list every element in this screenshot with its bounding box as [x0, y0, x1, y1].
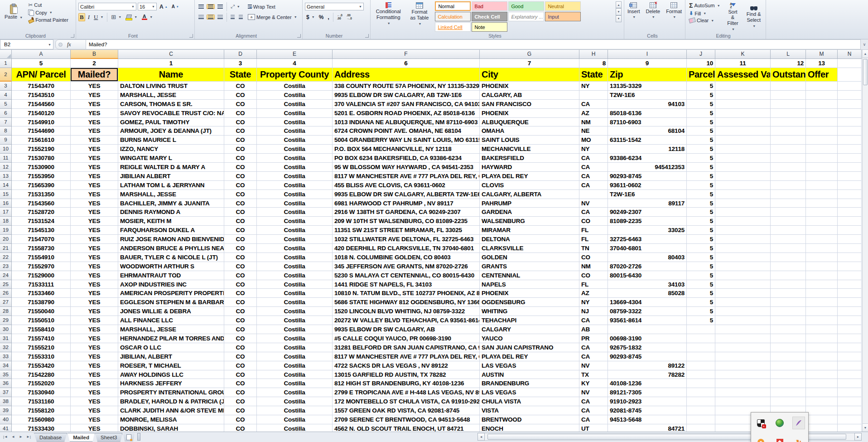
- grid-cell[interactable]: PHOENIX: [480, 289, 579, 298]
- grid-cell[interactable]: [687, 406, 715, 415]
- grid-cell[interactable]: YES: [71, 226, 118, 235]
- grid-cell[interactable]: City: [480, 68, 579, 82]
- grid-cell[interactable]: YES: [71, 181, 118, 190]
- grid-cell[interactable]: WOODWORTH ARTHUR S: [118, 262, 224, 271]
- security-shield-icon[interactable]: [755, 417, 767, 429]
- grid-cell[interactable]: [687, 388, 715, 397]
- grid-cell[interactable]: [771, 208, 806, 217]
- grid-cell[interactable]: [838, 91, 862, 100]
- grid-cell[interactable]: YES: [71, 208, 118, 217]
- grid-cell[interactable]: 71565390: [12, 181, 71, 190]
- grid-cell[interactable]: 5: [687, 199, 715, 208]
- grid-cell[interactable]: OGDENSBURG: [480, 298, 579, 307]
- grid-cell[interactable]: 2799 E TROPICANA AVE # H-448 LAS VEGAS, …: [333, 388, 480, 397]
- grid-cell[interactable]: Costilla: [257, 343, 333, 352]
- grid-cell[interactable]: YES: [71, 280, 118, 289]
- grid-cell[interactable]: [806, 271, 838, 280]
- purple-feather-icon[interactable]: [793, 417, 805, 429]
- grid-cell[interactable]: DELTONA: [480, 235, 579, 244]
- grid-cell[interactable]: [715, 361, 771, 370]
- grid-cell[interactable]: 5: [687, 316, 715, 325]
- grid-cell[interactable]: 90293-8745: [608, 352, 687, 361]
- grid-cell[interactable]: CO: [224, 208, 257, 217]
- grid-cell[interactable]: [806, 307, 838, 316]
- grid-cell[interactable]: 5: [687, 280, 715, 289]
- grid-cell[interactable]: [771, 262, 806, 271]
- shrink-font-button[interactable]: A▼: [170, 4, 180, 10]
- grid-cell[interactable]: 5: [687, 172, 715, 181]
- download-manager-globe-icon[interactable]: [774, 417, 786, 429]
- grid-cell[interactable]: CO: [224, 100, 257, 109]
- row-header-12[interactable]: 12: [0, 163, 12, 172]
- grid-cell[interactable]: 71543470: [12, 82, 71, 91]
- grid-cell[interactable]: 93386-6234: [608, 154, 687, 163]
- cut-button[interactable]: ✂Cut: [27, 1, 70, 9]
- grid-cell[interactable]: YES: [71, 289, 118, 298]
- grid-cell[interactable]: [838, 172, 862, 181]
- grid-cell[interactable]: Costilla: [257, 109, 333, 118]
- grid-cell[interactable]: [687, 424, 715, 432]
- grid-cell[interactable]: BRENTWOOD: [480, 415, 579, 424]
- grid-cell[interactable]: [838, 190, 862, 199]
- grid-cell[interactable]: YES: [71, 370, 118, 379]
- grid-cell[interactable]: UT: [579, 424, 608, 432]
- grid-cell[interactable]: 12118: [608, 145, 687, 154]
- row-header-35[interactable]: 35: [0, 370, 12, 379]
- scroll-right-button[interactable]: ►: [854, 433, 862, 441]
- grid-cell[interactable]: 12: [771, 59, 806, 68]
- grid-cell[interactable]: Costilla: [257, 181, 333, 190]
- grid-cell[interactable]: 90293-8745: [608, 172, 687, 181]
- conditional-formatting-button[interactable]: ConditionalFormatting ▼: [373, 1, 404, 27]
- grid-cell[interactable]: [838, 244, 862, 253]
- grid-cell[interactable]: [806, 343, 838, 352]
- grid-cell[interactable]: YES: [71, 415, 118, 424]
- grid-cell[interactable]: YES: [71, 334, 118, 343]
- grid-cell[interactable]: 80403: [608, 253, 687, 262]
- grid-cell[interactable]: YES: [71, 406, 118, 415]
- grid-cell[interactable]: 87020-2726: [608, 262, 687, 271]
- grid-cell[interactable]: State: [224, 68, 257, 82]
- grid-cell[interactable]: [838, 325, 862, 334]
- grid-cell[interactable]: 6724 CROWN POINT AVE. OMAHA, NE 68104: [333, 126, 480, 136]
- grid-cell[interactable]: 71555210: [12, 343, 71, 352]
- grid-cell[interactable]: CO: [224, 289, 257, 298]
- grid-cell[interactable]: [771, 289, 806, 298]
- grid-cell[interactable]: 71557410: [12, 334, 71, 343]
- grid-cell[interactable]: [806, 244, 838, 253]
- row-header-6[interactable]: 6: [0, 109, 12, 118]
- grid-cell[interactable]: [715, 271, 771, 280]
- autosum-button[interactable]: ΣAutoSum▼: [688, 1, 722, 10]
- grid-cell[interactable]: [687, 379, 715, 388]
- grid-cell[interactable]: 5: [687, 154, 715, 163]
- grid-cell[interactable]: 2916 W 138TH ST GARDENA, CA 90249-2307: [333, 208, 480, 217]
- selected-cell-B2[interactable]: Mailed?: [71, 68, 118, 82]
- grid-cell[interactable]: Costilla: [257, 388, 333, 397]
- cell-style-input[interactable]: Input: [545, 12, 581, 21]
- grid-cell[interactable]: TX: [579, 370, 608, 379]
- row-header-1[interactable]: 1: [0, 59, 12, 68]
- grid-cell[interactable]: PHOENIX: [480, 82, 579, 91]
- grid-cell[interactable]: CO: [224, 370, 257, 379]
- font-size-select[interactable]: 16▼: [138, 3, 157, 10]
- grid-cell[interactable]: Property County: [257, 68, 333, 82]
- grid-cell[interactable]: [771, 181, 806, 190]
- grid-cell[interactable]: 63115-1542: [608, 136, 687, 145]
- insert-function-button[interactable]: fx: [67, 41, 71, 48]
- grid-cell[interactable]: [687, 361, 715, 370]
- fill-color-button[interactable]: ▼: [124, 14, 139, 21]
- grid-cell[interactable]: YES: [71, 172, 118, 181]
- row-header-3[interactable]: 3: [0, 82, 12, 91]
- grid-cell[interactable]: CLARKSVILLE: [480, 244, 579, 253]
- grid-cell[interactable]: YES: [71, 253, 118, 262]
- grid-cell[interactable]: YES: [71, 217, 118, 226]
- paste-button[interactable]: Paste ▼: [2, 1, 25, 23]
- italic-button[interactable]: I: [87, 13, 91, 21]
- grid-cell[interactable]: GOMEZ, PAUL TIMOTHY: [118, 118, 224, 127]
- grid-cell[interactable]: JIBILIAN, ALBERT: [118, 352, 224, 361]
- grid-cell[interactable]: 5: [687, 190, 715, 199]
- row-header-24[interactable]: 24: [0, 271, 12, 280]
- grid-cell[interactable]: NJ: [579, 307, 608, 316]
- grid-cell[interactable]: 172 MONTEBELLO ST CHULA VISTA, CA 91910-…: [333, 397, 480, 406]
- row-header-19[interactable]: 19: [0, 226, 12, 235]
- grid-cell[interactable]: 71528720: [12, 208, 71, 217]
